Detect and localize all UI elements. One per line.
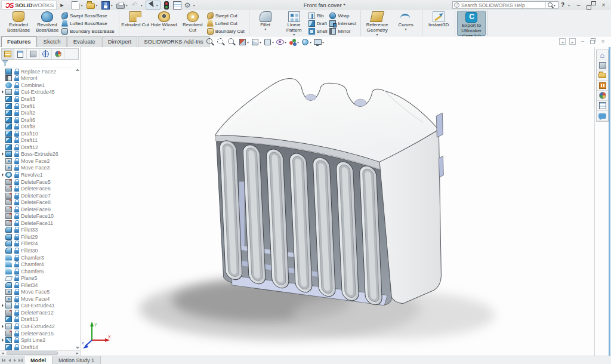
dropdown-arrow-icon[interactable]: ▾ xyxy=(247,40,249,44)
feature-tree-item[interactable]: DeleteFace12 xyxy=(0,309,80,316)
tree-scroll-up-icon[interactable] xyxy=(76,69,79,71)
command-tab[interactable]: Evaluate xyxy=(67,36,101,47)
feature-tree-item[interactable]: Draft2 xyxy=(0,109,80,116)
feature-tree-item[interactable]: Draft3 xyxy=(0,95,80,103)
dropdown-arrow-icon[interactable]: ▾ xyxy=(377,33,378,36)
heads-up-button[interactable]: ▾ xyxy=(251,38,261,47)
feature-tree-item[interactable]: Cut-Extrude42 xyxy=(0,323,80,330)
feature-tree-item[interactable]: Move Face3 xyxy=(0,165,80,172)
task-pane-tab[interactable] xyxy=(597,111,608,121)
study-nav-icon[interactable] xyxy=(12,357,17,363)
quick-toolbar-button[interactable]: ▾ xyxy=(71,1,85,10)
quick-toolbar-button[interactable]: ▾ xyxy=(116,1,129,10)
dropdown-arrow-icon[interactable]: ▾ xyxy=(297,40,299,44)
feature-tree-item[interactable]: DeleteFace15 xyxy=(0,330,80,337)
study-tab[interactable]: Model xyxy=(24,356,53,364)
dropdown-arrow-icon[interactable]: ▾ xyxy=(293,33,295,36)
ribbon-small-button[interactable]: Mirror xyxy=(329,27,359,35)
ribbon-small-button[interactable]: Swept Boss/Base xyxy=(61,12,117,19)
menu-flyout-icon[interactable]: ▶ xyxy=(57,3,67,8)
feature-tree-item[interactable]: Draft11 xyxy=(0,137,80,144)
feature-tree-item[interactable]: Draft8 xyxy=(0,123,80,130)
ribbon-button[interactable]: Revolved Boss/Base xyxy=(33,11,61,36)
ribbon-small-button[interactable]: Lofted Boss/Base xyxy=(61,20,117,27)
feature-tree-item[interactable]: Fillet24 xyxy=(0,240,80,248)
feature-tree-item[interactable]: Draft12 xyxy=(0,144,80,151)
quick-toolbar-button[interactable] xyxy=(172,1,182,10)
search-icon[interactable] xyxy=(545,2,553,9)
dropdown-arrow-icon[interactable]: ▾ xyxy=(272,40,274,44)
graphics-viewport[interactable]: Y X Z xyxy=(81,47,594,356)
task-pane-edge[interactable] xyxy=(609,47,610,356)
command-tab[interactable]: DimXpert xyxy=(102,36,138,47)
expand-arrow-icon[interactable] xyxy=(0,338,5,342)
viewport-window-control[interactable] xyxy=(559,38,566,45)
task-pane-tab[interactable] xyxy=(597,60,608,70)
minimize-button[interactable]: – xyxy=(573,1,584,10)
feature-tree-item[interactable]: Cut-Extrude45 xyxy=(0,89,80,96)
heads-up-button[interactable] xyxy=(227,38,236,47)
feature-tree-item[interactable]: Boss-Extrude26 xyxy=(0,151,80,158)
dropdown-arrow-icon[interactable]: ▾ xyxy=(192,3,196,7)
ribbon-small-button[interactable]: Wrap xyxy=(329,12,359,19)
heads-up-button[interactable]: ▾ xyxy=(263,38,274,47)
fan-cover-model[interactable] xyxy=(81,47,594,356)
feature-tree-item[interactable]: Move Face2 xyxy=(0,158,80,165)
panel-tab[interactable] xyxy=(52,49,64,59)
tree-scroll-down-icon[interactable] xyxy=(76,347,79,349)
search-input[interactable] xyxy=(461,2,545,8)
panel-tab[interactable] xyxy=(2,49,14,59)
dropdown-arrow-icon[interactable]: ▾ xyxy=(163,28,165,30)
dropdown-arrow-icon[interactable]: ▾ xyxy=(140,3,144,7)
ribbon-button[interactable]: Extruded Boss/Base xyxy=(4,11,33,36)
dropdown-arrow-icon[interactable]: ▾ xyxy=(264,28,266,30)
feature-tree-item[interactable]: Combine1 xyxy=(0,82,80,89)
ribbon-small-button[interactable]: Intersect xyxy=(329,20,359,27)
task-pane-tab[interactable] xyxy=(597,101,608,111)
ribbon-button[interactable]: Instant3D xyxy=(424,11,453,36)
quick-toolbar-button[interactable]: ▾ xyxy=(101,1,115,10)
dropdown-arrow-icon[interactable]: ▾ xyxy=(95,3,99,7)
feature-tree-item[interactable]: Split Line2 xyxy=(0,337,80,344)
feature-tree-item[interactable]: DeleteFace7 xyxy=(0,192,80,199)
filter-funnel-icon[interactable] xyxy=(2,60,8,66)
panel-tab[interactable] xyxy=(27,49,39,59)
dropdown-arrow-icon[interactable]: ▾ xyxy=(260,40,261,44)
feature-tree-item[interactable]: DeleteFace11 xyxy=(0,220,80,227)
ribbon-button[interactable]: Extruded Cut xyxy=(121,11,150,36)
panel-tab[interactable] xyxy=(14,49,27,59)
expand-arrow-icon[interactable] xyxy=(0,90,5,94)
heads-up-button[interactable] xyxy=(206,38,215,47)
feature-tree-item[interactable]: Cut-Extrude41 xyxy=(0,303,80,310)
dropdown-arrow-icon[interactable]: ▾ xyxy=(110,3,114,7)
ribbon-small-button[interactable]: Rib xyxy=(308,12,330,19)
study-nav-icon[interactable] xyxy=(1,357,7,363)
heads-up-button[interactable]: ▾ xyxy=(313,38,324,46)
ribbon-small-button[interactable]: Boundary Boss/Base xyxy=(61,27,117,35)
study-tab[interactable]: Motion Study 1 xyxy=(53,356,101,364)
help-dropdown-icon[interactable]: ▾ xyxy=(567,3,571,7)
dropdown-arrow-icon[interactable]: ▾ xyxy=(322,40,324,44)
feature-tree-item[interactable]: Move Face4 xyxy=(0,295,80,303)
tree-horizontal-scrollbar[interactable]: ◂ ▸ xyxy=(0,350,80,356)
viewport-window-control[interactable] xyxy=(600,38,606,45)
task-pane-tab[interactable] xyxy=(597,50,608,60)
ribbon-button[interactable]: Hole Wizard ▾ xyxy=(150,11,178,36)
quick-toolbar-button[interactable]: ▾ xyxy=(131,1,144,10)
dropdown-arrow-icon[interactable]: ▾ xyxy=(125,3,129,7)
dropdown-arrow-icon[interactable]: ▾ xyxy=(80,3,84,7)
quick-toolbar-button[interactable]: ▾ xyxy=(183,1,197,10)
expand-arrow-icon[interactable] xyxy=(0,325,5,328)
feature-tree-item[interactable]: Draft6 xyxy=(0,116,80,124)
dropdown-arrow-icon[interactable]: ▾ xyxy=(405,28,407,30)
command-tab[interactable]: SOLIDWORKS Add-Ins xyxy=(138,36,209,47)
ribbon-button[interactable]: Linear Pattern ▾ xyxy=(280,11,308,36)
scrollbar-thumb[interactable] xyxy=(7,351,58,355)
feature-tree-item[interactable]: Replace Face2 xyxy=(0,68,80,75)
feature-tree-item[interactable]: Plane5 xyxy=(0,274,80,282)
feature-tree-item[interactable]: Revolve1 xyxy=(0,171,80,178)
ribbon-button[interactable]: Curves ▾ xyxy=(391,11,420,36)
heads-up-button[interactable] xyxy=(217,38,226,47)
ribbon-button[interactable]: Revolved Cut xyxy=(178,11,207,36)
heads-up-button[interactable]: ▾ xyxy=(276,38,286,47)
